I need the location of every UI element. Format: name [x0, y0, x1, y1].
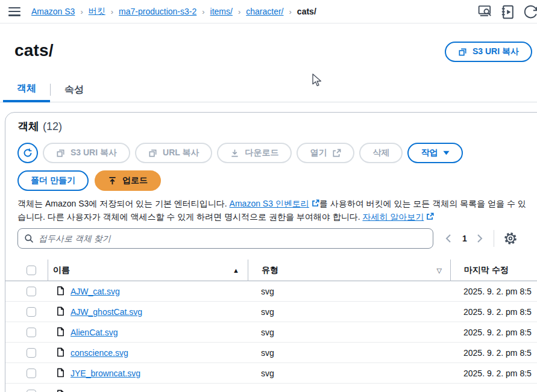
object-type: svg [248, 328, 450, 337]
breadcrumb-buckets[interactable]: 버킷 [89, 6, 105, 17]
open-button[interactable]: 열기 [297, 143, 354, 163]
file-icon [56, 286, 65, 296]
gear-icon[interactable] [504, 232, 517, 245]
file-icon [56, 327, 65, 337]
external-link-icon [426, 211, 434, 219]
row-checkbox[interactable] [27, 348, 36, 358]
tab-properties[interactable]: 속성 [51, 77, 98, 102]
objects-title-text: 객체 [17, 120, 39, 132]
download-icon [230, 149, 239, 158]
screen-search-icon[interactable] [478, 5, 492, 18]
row-checkbox[interactable] [27, 369, 36, 378]
object-last-modified: 2025. 9. 2. pm 8:5 [450, 328, 537, 337]
objects-toolbar: S3 URI 복사 URL 복사 다운로드 열기 [17, 143, 463, 163]
chevron-right-icon[interactable] [477, 234, 484, 243]
row-checkbox[interactable] [27, 328, 36, 337]
header-checkbox-cell [5, 260, 48, 281]
object-type: svg [248, 307, 450, 317]
upload-button[interactable]: 업로드 [95, 170, 161, 191]
sort-descending-icon[interactable]: ▽ [437, 267, 442, 275]
search-and-pagination-row: 1 [17, 228, 536, 249]
object-last-modified: 2025. 9. 2. pm 8:5 [450, 348, 537, 358]
delete-button[interactable]: 삭제 [359, 143, 403, 163]
breadcrumb-separator: › [111, 7, 113, 16]
search-icon [24, 234, 34, 243]
row-checkbox[interactable] [27, 307, 36, 317]
download-button[interactable]: 다운로드 [217, 143, 292, 163]
object-type: svg [248, 287, 450, 296]
top-navigation-bar: Amazon S3 › 버킷 › ma7-production-s3-2 › i… [0, 0, 537, 23]
actions-dropdown-button[interactable]: 작업 [407, 143, 463, 163]
copy-url-label: URL 복사 [163, 148, 199, 158]
copy-url-button[interactable]: URL 복사 [135, 143, 212, 163]
sort-ascending-icon[interactable]: ▲ [233, 267, 239, 274]
breadcrumb-current-folder: cats/ [297, 7, 316, 16]
page-number[interactable]: 1 [460, 234, 469, 243]
object-name-link[interactable]: AJW_ghostCat.svg [71, 307, 142, 317]
objects-count: (12) [43, 120, 62, 132]
search-input[interactable] [39, 234, 427, 243]
breadcrumb-separator: › [202, 7, 204, 16]
hamburger-menu-icon[interactable] [8, 7, 20, 16]
s3-console-screen: Amazon S3 › 버킷 › ma7-production-s3-2 › i… [0, 0, 537, 392]
object-search-box [17, 228, 433, 249]
breadcrumb-items-folder[interactable]: items/ [210, 7, 233, 16]
copy-icon [148, 149, 157, 158]
refresh-icon [23, 148, 33, 158]
description-text: 객체는 Amazon S3에 저장되어 있는 기본 엔터티입니다. [17, 199, 230, 208]
breadcrumb-amazon-s3[interactable]: Amazon S3 [31, 7, 75, 16]
external-link-icon [312, 198, 319, 205]
copy-icon [56, 149, 65, 158]
column-header-last-modified[interactable]: 마지막 수정 [450, 260, 537, 281]
copy-s3-uri-button[interactable]: S3 URI 복사 [43, 143, 130, 163]
create-folder-label: 폴더 만들기 [31, 175, 75, 186]
table-header-row: 이름 ▲ 유형 ▽ 마지막 수정 [5, 260, 537, 281]
copy-s3-uri-label: S3 URI 복사 [473, 46, 519, 57]
actions-label: 작업 [421, 148, 438, 158]
object-last-modified: 2025. 9. 2. pm 8:5 [450, 307, 537, 317]
row-checkbox[interactable] [27, 390, 36, 392]
journal-icon[interactable] [501, 5, 515, 18]
table-row: AlienCat.svg svg 2025. 9. 2. pm 8:5 [5, 322, 537, 343]
objects-panel-title: 객체(12) [17, 119, 62, 134]
row-checkbox[interactable] [27, 287, 36, 296]
history-icon[interactable] [524, 5, 537, 18]
table-row: JYE_browncat.svg svg 2025. 9. 2. pm 8:5 [5, 363, 537, 384]
file-icon [56, 390, 65, 392]
object-name-link[interactable]: AlienCat.svg [71, 328, 118, 337]
object-name-link[interactable]: AJW_cat.svg [71, 287, 120, 296]
page-title: cats/ [14, 41, 54, 60]
column-header-name[interactable]: 이름 ▲ [48, 260, 248, 281]
object-name-link[interactable]: JYE_browncat.svg [71, 369, 140, 378]
pagination: 1 [445, 228, 517, 249]
column-label-type: 유형 [262, 265, 278, 276]
column-label-name: 이름 [53, 265, 70, 276]
select-all-checkbox[interactable] [27, 266, 36, 275]
copy-icon [458, 48, 467, 57]
breadcrumb-character-folder[interactable]: character/ [246, 7, 283, 16]
table-row: AJW_cat.svg svg 2025. 9. 2. pm 8:5 [5, 281, 537, 302]
tab-objects[interactable]: 객체 [3, 77, 50, 102]
column-header-type[interactable]: 유형 ▽ [248, 260, 450, 281]
delete-label: 삭제 [372, 148, 389, 158]
breadcrumb-separator: › [80, 7, 83, 16]
breadcrumb: Amazon S3 › 버킷 › ma7-production-s3-2 › i… [31, 6, 316, 17]
chevron-left-icon[interactable] [445, 234, 453, 243]
objects-panel: 객체(12) S3 URI 복사 [5, 112, 537, 392]
file-icon [56, 347, 65, 358]
object-type: svg [248, 348, 450, 358]
object-name-link[interactable]: conscience.svg [71, 348, 128, 358]
learn-more-link[interactable]: 자세히 알아보기 [362, 212, 424, 222]
refresh-button[interactable] [17, 143, 38, 163]
inventory-link[interactable]: Amazon S3 인벤토리 [230, 199, 309, 208]
copy-s3-uri-label: S3 URI 복사 [71, 148, 117, 158]
object-last-modified: 2025. 9. 2. pm 8:5 [450, 287, 537, 296]
breadcrumb-separator: › [289, 7, 292, 16]
upload-icon [108, 176, 117, 185]
create-folder-button[interactable]: 폴더 만들기 [17, 170, 89, 191]
column-label-last-modified: 마지막 수정 [464, 265, 509, 276]
mouse-cursor [312, 73, 323, 91]
copy-s3-uri-header-button[interactable]: S3 URI 복사 [445, 42, 532, 62]
objects-description: 객체는 Amazon S3에 저장되어 있는 기본 엔터티입니다. Amazon… [17, 197, 531, 223]
breadcrumb-bucket-name[interactable]: ma7-production-s3-2 [119, 7, 196, 16]
